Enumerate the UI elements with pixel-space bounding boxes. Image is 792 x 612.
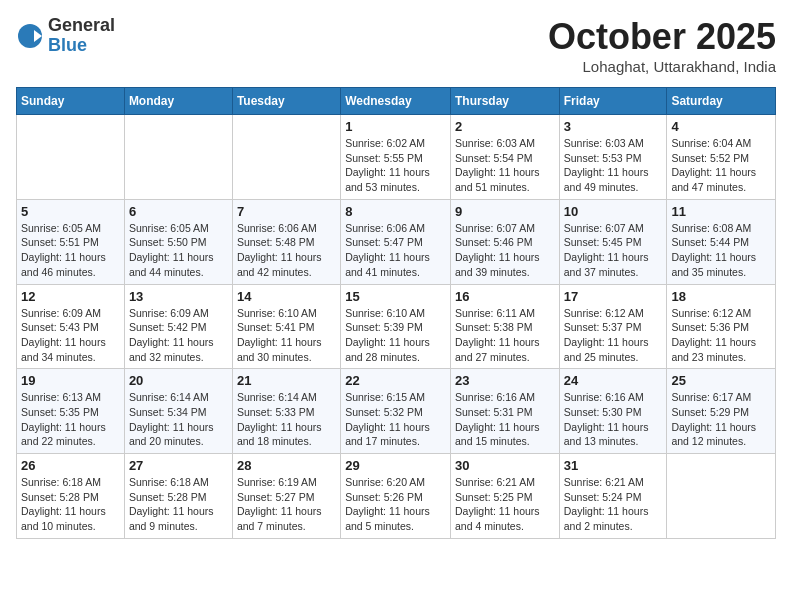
- table-cell: [232, 115, 340, 200]
- day-info: Sunrise: 6:08 AM Sunset: 5:44 PM Dayligh…: [671, 221, 771, 280]
- day-number: 13: [129, 289, 228, 304]
- day-number: 10: [564, 204, 663, 219]
- header-saturday: Saturday: [667, 88, 776, 115]
- page-header: General Blue October 2025 Lohaghat, Utta…: [16, 16, 776, 75]
- day-info: Sunrise: 6:12 AM Sunset: 5:37 PM Dayligh…: [564, 306, 663, 365]
- title-block: October 2025 Lohaghat, Uttarakhand, Indi…: [548, 16, 776, 75]
- day-number: 25: [671, 373, 771, 388]
- day-number: 31: [564, 458, 663, 473]
- day-number: 19: [21, 373, 120, 388]
- logo-text: General Blue: [48, 16, 115, 56]
- table-cell: [667, 454, 776, 539]
- day-number: 15: [345, 289, 446, 304]
- day-number: 12: [21, 289, 120, 304]
- day-info: Sunrise: 6:05 AM Sunset: 5:50 PM Dayligh…: [129, 221, 228, 280]
- day-info: Sunrise: 6:02 AM Sunset: 5:55 PM Dayligh…: [345, 136, 446, 195]
- table-cell: 13Sunrise: 6:09 AM Sunset: 5:42 PM Dayli…: [124, 284, 232, 369]
- day-info: Sunrise: 6:04 AM Sunset: 5:52 PM Dayligh…: [671, 136, 771, 195]
- table-cell: 6Sunrise: 6:05 AM Sunset: 5:50 PM Daylig…: [124, 199, 232, 284]
- day-info: Sunrise: 6:10 AM Sunset: 5:41 PM Dayligh…: [237, 306, 336, 365]
- table-cell: 5Sunrise: 6:05 AM Sunset: 5:51 PM Daylig…: [17, 199, 125, 284]
- table-cell: 15Sunrise: 6:10 AM Sunset: 5:39 PM Dayli…: [341, 284, 451, 369]
- day-number: 3: [564, 119, 663, 134]
- table-cell: 9Sunrise: 6:07 AM Sunset: 5:46 PM Daylig…: [450, 199, 559, 284]
- table-cell: 18Sunrise: 6:12 AM Sunset: 5:36 PM Dayli…: [667, 284, 776, 369]
- day-number: 14: [237, 289, 336, 304]
- day-number: 4: [671, 119, 771, 134]
- header-friday: Friday: [559, 88, 667, 115]
- day-number: 17: [564, 289, 663, 304]
- day-info: Sunrise: 6:18 AM Sunset: 5:28 PM Dayligh…: [21, 475, 120, 534]
- day-info: Sunrise: 6:19 AM Sunset: 5:27 PM Dayligh…: [237, 475, 336, 534]
- day-info: Sunrise: 6:09 AM Sunset: 5:43 PM Dayligh…: [21, 306, 120, 365]
- month-title: October 2025: [548, 16, 776, 58]
- day-number: 29: [345, 458, 446, 473]
- table-cell: 8Sunrise: 6:06 AM Sunset: 5:47 PM Daylig…: [341, 199, 451, 284]
- table-cell: [17, 115, 125, 200]
- header-monday: Monday: [124, 88, 232, 115]
- day-number: 22: [345, 373, 446, 388]
- calendar: Sunday Monday Tuesday Wednesday Thursday…: [16, 87, 776, 539]
- header-sunday: Sunday: [17, 88, 125, 115]
- day-info: Sunrise: 6:21 AM Sunset: 5:24 PM Dayligh…: [564, 475, 663, 534]
- day-info: Sunrise: 6:13 AM Sunset: 5:35 PM Dayligh…: [21, 390, 120, 449]
- day-number: 9: [455, 204, 555, 219]
- table-cell: 30Sunrise: 6:21 AM Sunset: 5:25 PM Dayli…: [450, 454, 559, 539]
- header-tuesday: Tuesday: [232, 88, 340, 115]
- day-number: 24: [564, 373, 663, 388]
- table-cell: 25Sunrise: 6:17 AM Sunset: 5:29 PM Dayli…: [667, 369, 776, 454]
- day-number: 8: [345, 204, 446, 219]
- table-cell: 28Sunrise: 6:19 AM Sunset: 5:27 PM Dayli…: [232, 454, 340, 539]
- day-number: 2: [455, 119, 555, 134]
- logo: General Blue: [16, 16, 115, 56]
- day-info: Sunrise: 6:21 AM Sunset: 5:25 PM Dayligh…: [455, 475, 555, 534]
- table-cell: 17Sunrise: 6:12 AM Sunset: 5:37 PM Dayli…: [559, 284, 667, 369]
- day-info: Sunrise: 6:18 AM Sunset: 5:28 PM Dayligh…: [129, 475, 228, 534]
- day-info: Sunrise: 6:07 AM Sunset: 5:46 PM Dayligh…: [455, 221, 555, 280]
- header-wednesday: Wednesday: [341, 88, 451, 115]
- day-info: Sunrise: 6:10 AM Sunset: 5:39 PM Dayligh…: [345, 306, 446, 365]
- day-number: 11: [671, 204, 771, 219]
- day-info: Sunrise: 6:06 AM Sunset: 5:47 PM Dayligh…: [345, 221, 446, 280]
- table-cell: 21Sunrise: 6:14 AM Sunset: 5:33 PM Dayli…: [232, 369, 340, 454]
- day-number: 5: [21, 204, 120, 219]
- table-cell: 4Sunrise: 6:04 AM Sunset: 5:52 PM Daylig…: [667, 115, 776, 200]
- day-number: 7: [237, 204, 336, 219]
- day-info: Sunrise: 6:15 AM Sunset: 5:32 PM Dayligh…: [345, 390, 446, 449]
- table-cell: 14Sunrise: 6:10 AM Sunset: 5:41 PM Dayli…: [232, 284, 340, 369]
- week-row-3: 19Sunrise: 6:13 AM Sunset: 5:35 PM Dayli…: [17, 369, 776, 454]
- table-cell: 1Sunrise: 6:02 AM Sunset: 5:55 PM Daylig…: [341, 115, 451, 200]
- day-number: 1: [345, 119, 446, 134]
- day-info: Sunrise: 6:12 AM Sunset: 5:36 PM Dayligh…: [671, 306, 771, 365]
- table-cell: 19Sunrise: 6:13 AM Sunset: 5:35 PM Dayli…: [17, 369, 125, 454]
- day-info: Sunrise: 6:16 AM Sunset: 5:30 PM Dayligh…: [564, 390, 663, 449]
- day-number: 6: [129, 204, 228, 219]
- day-number: 28: [237, 458, 336, 473]
- table-cell: 26Sunrise: 6:18 AM Sunset: 5:28 PM Dayli…: [17, 454, 125, 539]
- table-cell: 20Sunrise: 6:14 AM Sunset: 5:34 PM Dayli…: [124, 369, 232, 454]
- day-info: Sunrise: 6:11 AM Sunset: 5:38 PM Dayligh…: [455, 306, 555, 365]
- day-info: Sunrise: 6:20 AM Sunset: 5:26 PM Dayligh…: [345, 475, 446, 534]
- week-row-4: 26Sunrise: 6:18 AM Sunset: 5:28 PM Dayli…: [17, 454, 776, 539]
- table-cell: 23Sunrise: 6:16 AM Sunset: 5:31 PM Dayli…: [450, 369, 559, 454]
- table-cell: [124, 115, 232, 200]
- day-info: Sunrise: 6:14 AM Sunset: 5:34 PM Dayligh…: [129, 390, 228, 449]
- day-number: 21: [237, 373, 336, 388]
- week-row-2: 12Sunrise: 6:09 AM Sunset: 5:43 PM Dayli…: [17, 284, 776, 369]
- table-cell: 27Sunrise: 6:18 AM Sunset: 5:28 PM Dayli…: [124, 454, 232, 539]
- day-info: Sunrise: 6:05 AM Sunset: 5:51 PM Dayligh…: [21, 221, 120, 280]
- day-info: Sunrise: 6:14 AM Sunset: 5:33 PM Dayligh…: [237, 390, 336, 449]
- day-info: Sunrise: 6:03 AM Sunset: 5:54 PM Dayligh…: [455, 136, 555, 195]
- day-number: 26: [21, 458, 120, 473]
- table-cell: 12Sunrise: 6:09 AM Sunset: 5:43 PM Dayli…: [17, 284, 125, 369]
- table-cell: 31Sunrise: 6:21 AM Sunset: 5:24 PM Dayli…: [559, 454, 667, 539]
- logo-icon: [16, 22, 44, 50]
- table-cell: 29Sunrise: 6:20 AM Sunset: 5:26 PM Dayli…: [341, 454, 451, 539]
- week-row-0: 1Sunrise: 6:02 AM Sunset: 5:55 PM Daylig…: [17, 115, 776, 200]
- table-cell: 2Sunrise: 6:03 AM Sunset: 5:54 PM Daylig…: [450, 115, 559, 200]
- calendar-header-row: Sunday Monday Tuesday Wednesday Thursday…: [17, 88, 776, 115]
- day-info: Sunrise: 6:16 AM Sunset: 5:31 PM Dayligh…: [455, 390, 555, 449]
- logo-blue: Blue: [48, 36, 115, 56]
- day-number: 20: [129, 373, 228, 388]
- location: Lohaghat, Uttarakhand, India: [548, 58, 776, 75]
